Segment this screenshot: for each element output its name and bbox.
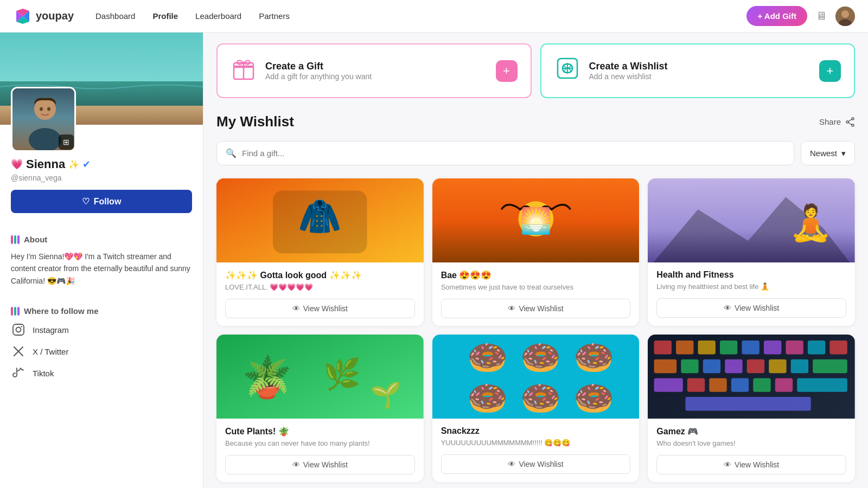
bar-social-purple <box>17 307 20 316</box>
svg-point-11 <box>34 98 56 120</box>
create-gift-card[interactable]: Create a Gift Add a gift for anything yo… <box>216 43 532 98</box>
card-image-4: 🍩 🍩 🍩 🍩 🍩 🍩 <box>432 335 640 419</box>
section-bar <box>11 235 20 244</box>
sidebar-cover: ⊞ <box>0 33 203 125</box>
heart-emoji: 💗 <box>11 158 23 170</box>
about-label: About <box>24 235 47 244</box>
user-name-row: 💗 Sienna ✨ ✔ <box>11 157 192 171</box>
card-body-1: Bae 😍😍😍 Sometimes we just have to treat … <box>432 262 640 326</box>
card-name-4: Snackzzz <box>441 426 631 436</box>
sort-label: Newest <box>810 149 837 158</box>
username: @sienna_vega <box>11 174 192 182</box>
view-wishlist-btn-1[interactable]: 👁 View Wishlist <box>441 299 631 318</box>
nav-leaderboard[interactable]: Leaderboard <box>195 11 241 21</box>
verified-badge: ✔ <box>82 158 91 170</box>
card-body-5: Gamez 🎮 Who doesn't love games! 👁 View W… <box>648 419 855 482</box>
nav-links: Dashboard Profile Leaderboard Partners <box>95 11 290 21</box>
create-wishlist-subtitle: Add a new wishlist <box>589 72 668 81</box>
svg-point-5 <box>841 10 849 18</box>
card-desc-4: YUUUUUUUUUMMMMMMM!!!!! 😋😋😋 <box>441 438 631 448</box>
create-wishlist-card[interactable]: Create a Wishlist Add a new wishlist + <box>540 43 856 98</box>
card-body-2: Health and Fitness Living my healthiest … <box>648 262 855 325</box>
add-gift-label: + Add Gift <box>757 11 796 21</box>
social-instagram[interactable]: Instagram <box>11 322 192 337</box>
sidebar-about: About Hey I'm Sienna!💖💖 I'm a Twitch str… <box>0 235 203 296</box>
nav-right: + Add Gift 🖥 <box>746 6 855 26</box>
share-button[interactable]: Share <box>819 117 855 127</box>
bar-pink <box>11 235 13 244</box>
gift-card-icon <box>231 55 257 86</box>
avatar-wrapper: ⊞ <box>11 87 76 152</box>
card-name-3: Cute Plants! 🪴 <box>225 426 415 436</box>
instagram-icon <box>11 322 26 337</box>
nav-partners[interactable]: Partners <box>259 11 290 21</box>
sparkle-emoji: ✨ <box>68 159 79 170</box>
svg-text:🍩: 🍩 <box>573 338 615 377</box>
search-filter-row: 🔍 Newest ▾ <box>216 141 855 165</box>
card-image-0: 🧥 <box>216 178 424 262</box>
qr-badge[interactable]: ⊞ <box>59 134 74 150</box>
card-image-3: 🪴 🌿 🌱 <box>216 335 424 419</box>
create-gift-plus[interactable]: + <box>496 60 518 82</box>
view-wishlist-btn-2[interactable]: 👁 View Wishlist <box>656 298 846 318</box>
svg-text:🍩: 🍩 <box>573 379 615 418</box>
add-gift-button[interactable]: + Add Gift <box>746 6 807 26</box>
social-twitter[interactable]: X / Twitter <box>11 344 192 359</box>
view-wishlist-btn-4[interactable]: 👁 View Wishlist <box>441 454 631 474</box>
create-gift-left: Create a Gift Add a gift for anything yo… <box>231 55 372 86</box>
avatar-image <box>835 7 855 26</box>
about-text: Hey I'm Sienna!💖💖 I'm a Twitch streamer … <box>11 251 192 287</box>
nav-profile[interactable]: Profile <box>152 11 178 21</box>
create-gift-text: Create a Gift Add a gift for anything yo… <box>265 61 372 81</box>
sort-dropdown[interactable]: Newest ▾ <box>801 141 855 165</box>
eye-icon-5: 👁 <box>724 460 731 469</box>
svg-point-21 <box>852 118 854 120</box>
monitor-icon[interactable]: 🖥 <box>816 10 827 22</box>
svg-point-17 <box>21 326 22 327</box>
action-cards: Create a Gift Add a gift for anything yo… <box>216 43 855 98</box>
view-wishlist-btn-5[interactable]: 👁 View Wishlist <box>656 455 846 474</box>
card-name-5: Gamez 🎮 <box>656 426 846 436</box>
list-item: 🪴 🌿 🌱 Cute Plants! 🪴 Because you can nev… <box>216 335 424 482</box>
about-title: About <box>11 235 192 244</box>
user-avatar-nav[interactable] <box>835 7 855 26</box>
user-name: Sienna <box>26 157 65 171</box>
card-image-5 <box>648 335 855 419</box>
svg-point-14 <box>47 107 50 111</box>
logo[interactable]: youpay <box>13 7 74 26</box>
card-body-4: Snackzzz YUUUUUUUUUMMMMMMM!!!!! 😋😋😋 👁 Vi… <box>432 419 640 481</box>
card-desc-0: LOVE.IT.ALL. 💗💗💗💗💗 <box>225 282 415 292</box>
card-desc-1: Sometimes we just have to treat ourselve… <box>441 282 631 292</box>
eye-icon-4: 👁 <box>508 460 515 468</box>
nav-dashboard[interactable]: Dashboard <box>95 11 135 21</box>
card-name-2: Health and Fitness <box>656 270 846 280</box>
share-label: Share <box>819 117 841 126</box>
svg-text:🍩: 🍩 <box>467 338 508 377</box>
view-wishlist-btn-0[interactable]: 👁 View Wishlist <box>225 299 415 318</box>
bar-social-teal <box>14 307 16 316</box>
view-wishlist-btn-3[interactable]: 👁 View Wishlist <box>225 455 415 474</box>
create-wishlist-title: Create a Wishlist <box>589 61 668 72</box>
svg-point-12 <box>29 128 61 152</box>
section-bar-social <box>11 307 20 316</box>
card-name-0: ✨✨✨ Gotta look good ✨✨✨ <box>225 270 415 280</box>
svg-point-22 <box>852 124 854 126</box>
social-title: Where to follow me <box>11 306 192 316</box>
tiktok-label: Tiktok <box>33 369 54 378</box>
search-box[interactable]: 🔍 <box>216 141 794 165</box>
eye-icon-3: 👁 <box>292 460 300 469</box>
instagram-label: Instagram <box>33 325 69 335</box>
card-desc-2: Living my healthiest and best life 🧘 <box>656 282 846 292</box>
create-wishlist-plus[interactable]: + <box>819 60 841 82</box>
card-desc-3: Because you can never have too many plan… <box>225 439 415 448</box>
wishlist-grid: 🧥 ✨✨✨ Gotta look good ✨✨✨ LOVE.IT.ALL. 💗… <box>216 178 855 482</box>
svg-rect-15 <box>13 324 24 335</box>
follow-button[interactable]: ♡ Follow <box>11 190 192 213</box>
svg-text:🧘: 🧘 <box>789 202 833 244</box>
search-input[interactable] <box>242 149 785 158</box>
svg-text:🌿: 🌿 <box>323 356 361 392</box>
bar-purple <box>17 235 20 244</box>
social-tiktok[interactable]: Tiktok <box>11 365 192 381</box>
social-links: Instagram X / Twitter <box>11 322 192 381</box>
card-body-3: Cute Plants! 🪴 Because you can never hav… <box>216 419 424 482</box>
